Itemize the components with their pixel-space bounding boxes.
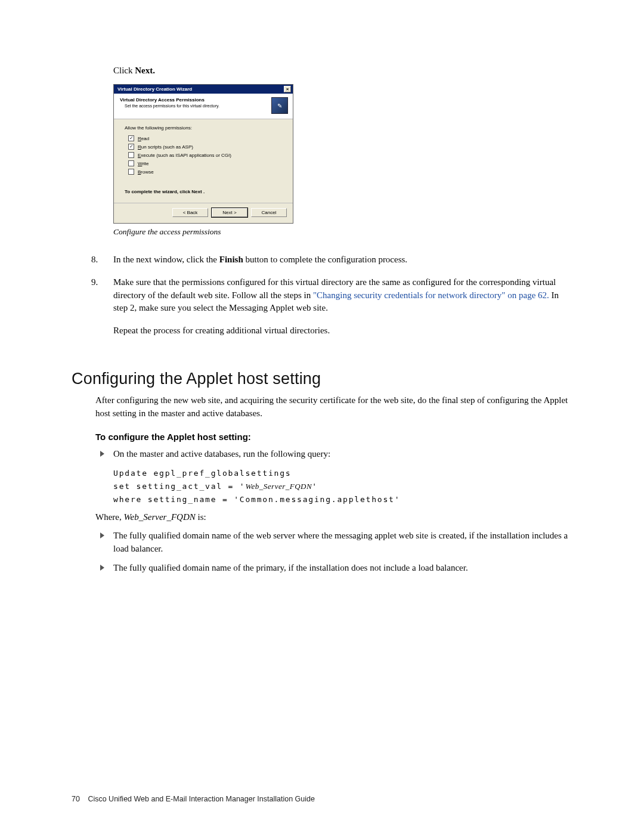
checkbox-row[interactable]: Execute (such as ISAPI applications or C…	[128, 152, 284, 158]
list-item: Make sure that the permissions configure…	[100, 276, 574, 315]
back-button[interactable]: < Back	[172, 208, 208, 217]
repeat-note: Repeat the process for creating addition…	[113, 324, 574, 337]
vdir-wizard-dialog: Virtual Directory Creation Wizard × Virt…	[113, 84, 293, 224]
section-heading: Configuring the Applet host setting	[72, 370, 574, 388]
dialog-header-title: Virtual Directory Access Permissions	[120, 97, 219, 103]
checkbox-icon[interactable]	[128, 169, 134, 175]
task-bullet-text: On the master and active databases, run …	[113, 449, 330, 459]
list-item: In the next window, click the Finish but…	[100, 253, 574, 267]
click-next-bold: Next.	[135, 66, 155, 75]
checkbox-row[interactable]: Write	[128, 160, 284, 166]
dialog-title: Virtual Directory Creation Wizard	[117, 86, 192, 92]
checkbox-icon[interactable]	[128, 135, 134, 141]
numbered-steps: In the next window, click the Finish but…	[100, 253, 574, 315]
page: Click Next. Virtual Directory Creation W…	[0, 0, 644, 833]
task-heading: To configure the Applet host setting:	[95, 432, 574, 442]
checkbox-label: Run scripts (such as ASP)	[138, 144, 193, 150]
dialog-header: Virtual Directory Access Permissions Set…	[114, 94, 293, 119]
section-intro: After configuring the new web site, and …	[95, 394, 574, 420]
dialog-header-sub: Set the access permissions for this virt…	[125, 104, 219, 108]
click-next-prefix: Click	[113, 66, 135, 75]
dialog-titlebar: Virtual Directory Creation Wizard ×	[114, 85, 293, 94]
checkbox-label: Browse	[138, 169, 154, 175]
page-number: 70	[72, 795, 80, 803]
checkbox-label: Read	[138, 136, 149, 141]
fqdn-bullets: The fully qualified domain name of the w…	[95, 529, 574, 574]
dialog-body: Allow the following permissions: ReadRun…	[114, 119, 293, 203]
where-line: Where, Web_Server_FQDN is:	[95, 512, 574, 522]
close-icon[interactable]: ×	[284, 86, 291, 92]
click-next-line: Click Next.	[113, 66, 574, 76]
permissions-label: Allow the following permissions:	[125, 125, 284, 131]
checkbox-label: Write	[138, 161, 149, 166]
code-block: Update egpl_pref_globalsettings set sett…	[113, 467, 574, 506]
wizard-icon: ✎	[271, 97, 288, 114]
cancel-button[interactable]: Cancel	[251, 208, 287, 217]
complete-note: To complete the wizard, click Next .	[125, 189, 284, 194]
checkbox-icon[interactable]	[128, 144, 134, 150]
dialog-header-text: Virtual Directory Access Permissions Set…	[120, 97, 219, 108]
figure-caption: Configure the access permissions	[113, 227, 574, 237]
checkbox-row[interactable]: Read	[128, 135, 284, 141]
list-item: The fully qualified domain name of the p…	[95, 562, 574, 575]
next-button[interactable]: Next >	[212, 208, 247, 217]
checkbox-row[interactable]: Browse	[128, 169, 284, 175]
intro-block: Click Next. Virtual Directory Creation W…	[113, 66, 574, 237]
page-footer: 70 Cisco Unified Web and E-Mail Interact…	[72, 795, 315, 803]
list-item: The fully qualified domain name of the w…	[95, 529, 574, 556]
checkbox-icon[interactable]	[128, 160, 134, 166]
cross-ref-link[interactable]: "Changing security credentials for netwo…	[313, 290, 549, 300]
checkbox-list: ReadRun scripts (such as ASP)Execute (su…	[125, 135, 284, 175]
dialog-buttons: < Back Next > Cancel	[114, 203, 293, 223]
list-item: On the master and active databases, run …	[95, 448, 574, 461]
checkbox-label: Execute (such as ISAPI applications or C…	[138, 153, 231, 158]
task-bullets: On the master and active databases, run …	[95, 448, 574, 461]
footer-title: Cisco Unified Web and E-Mail Interaction…	[88, 795, 315, 803]
checkbox-icon[interactable]	[128, 152, 134, 158]
checkbox-row[interactable]: Run scripts (such as ASP)	[128, 144, 284, 150]
